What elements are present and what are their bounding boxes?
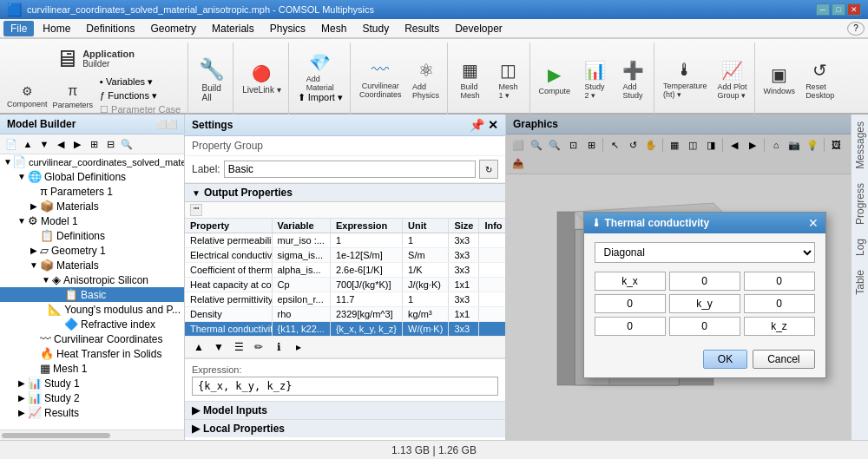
tree-aniso-silicon[interactable]: ▼ ◈ Anisotropic Silicon	[0, 272, 184, 287]
expression-value[interactable]: {k_x, k_y, k_z}	[192, 377, 498, 396]
tree-refractive[interactable]: 🔷 Refractive index	[0, 317, 184, 331]
menu-file[interactable]: File	[3, 21, 34, 36]
grid-k_y[interactable]: k_y	[669, 294, 740, 313]
label-sync-button[interactable]: ↻	[479, 160, 498, 179]
menu-definitions[interactable]: Definitions	[79, 21, 141, 36]
menu-materials[interactable]: Materials	[205, 21, 261, 36]
tree-materials[interactable]: ▼ 📦 Materials	[0, 258, 184, 272]
parameters-button[interactable]: π Parameters	[51, 75, 95, 116]
grid-0-2[interactable]: 0	[744, 272, 815, 291]
livelink-button[interactable]: 🔴 LiveLink ▾	[239, 57, 284, 102]
tb-up-btn[interactable]: ▲	[190, 338, 207, 356]
modal-close-button[interactable]: ✕	[808, 216, 819, 230]
component-button[interactable]: ⚙ Component	[5, 75, 49, 116]
tb-right[interactable]: ▶	[69, 136, 85, 152]
table-row[interactable]: Density rho 2329[kg/m^3] kg/m³ 1x1	[185, 307, 505, 322]
mesh1-button[interactable]: ◫ Mesh1 ▾	[491, 57, 526, 102]
tb-search[interactable]: 🔍	[119, 136, 135, 152]
cancel-button[interactable]: Cancel	[753, 350, 814, 369]
reset-desktop-button[interactable]: ↺ ResetDesktop	[802, 57, 838, 102]
help-button[interactable]: ?	[847, 22, 865, 36]
menu-geometry[interactable]: Geometry	[143, 21, 203, 36]
temperature-button[interactable]: 🌡 Temperature(ht) ▾	[660, 57, 711, 102]
settings-pin[interactable]: 📌	[470, 118, 484, 132]
windows-button[interactable]: ▣ Windows	[760, 57, 799, 102]
tb-edit-btn[interactable]: ✏	[250, 338, 267, 356]
curvilinear-coords-button[interactable]: 〰 CurvilinearCoordinates	[356, 57, 405, 102]
tb-expand[interactable]: ⊞	[86, 136, 102, 152]
minimize-button[interactable]: ─	[816, 3, 830, 16]
menu-results[interactable]: Results	[398, 21, 446, 36]
modal-dropdown[interactable]: Diagonal Isotropic Symmetric Full	[595, 242, 815, 263]
build-mesh-button[interactable]: ▦ BuildMesh	[453, 57, 488, 102]
tb-down[interactable]: ▼	[36, 136, 52, 152]
tb-down-btn[interactable]: ▼	[210, 338, 227, 356]
expand-study2[interactable]: ▶	[16, 393, 28, 403]
tb-left[interactable]: ◀	[53, 136, 69, 152]
add-plot-group-button[interactable]: 📈 Add PlotGroup ▾	[714, 57, 751, 102]
expand-model1[interactable]: ▼	[16, 216, 28, 226]
tree-global-definitions[interactable]: ▼ 🌐 Global Definitions	[0, 169, 184, 184]
table-row[interactable]: Heat capacity at con... Cp 700[J/(kg*K)]…	[185, 278, 505, 292]
application-builder-button[interactable]: 🖥 Application Builder	[51, 43, 138, 75]
tree-geometry1[interactable]: ▶ ▱ Geometry 1	[0, 243, 184, 258]
tree-study2[interactable]: ▶ 📊 Study 2	[0, 390, 184, 405]
expand-aniso[interactable]: ▼	[40, 275, 52, 285]
grid-2-0[interactable]: 0	[595, 317, 666, 336]
table-row[interactable]: Coefficient of therm... alpha_is... 2.6e…	[185, 263, 505, 278]
table-row[interactable]: Thermal conductivity {k11, k22... {k_x, …	[185, 322, 505, 337]
menu-home[interactable]: Home	[36, 21, 77, 36]
maximize-button[interactable]: □	[832, 3, 845, 16]
tab-progress[interactable]: Progress	[852, 176, 869, 232]
tree-global-materials[interactable]: ▶ 📦 Materials	[0, 199, 184, 213]
tree-mesh1[interactable]: ▦ Mesh 1	[0, 361, 184, 376]
tree-definitions[interactable]: 📋 Definitions	[0, 228, 184, 243]
grid-k_x[interactable]: k_x	[595, 272, 666, 291]
table-row[interactable]: Relative permittivity epsilon_r... 11.7 …	[185, 292, 505, 307]
tree-root[interactable]: ▼ 📄 curvilinear_coordinates_solved_mater…	[0, 154, 184, 169]
output-properties-section[interactable]: ▼ Output Properties	[185, 183, 505, 202]
variables-button[interactable]: ▪ Variables ▾	[96, 75, 184, 89]
expand-geom[interactable]: ▶	[28, 246, 40, 255]
close-button[interactable]: ✕	[847, 3, 861, 16]
settings-close[interactable]: ✕	[488, 118, 498, 132]
tab-table[interactable]: Table	[852, 263, 869, 302]
study2-button[interactable]: 📊 Study2 ▾	[577, 57, 612, 102]
model-inputs-header[interactable]: ▶ Model Inputs	[185, 402, 505, 419]
tb-more-btn[interactable]: ▸	[290, 338, 307, 356]
expand-global[interactable]: ▼	[16, 172, 28, 181]
table-row[interactable]: Relative permeability mur_iso :... 1 1 3…	[185, 233, 505, 248]
tree-model1[interactable]: ▼ ⚙ Model 1	[0, 213, 184, 228]
add-physics-button[interactable]: ⚛ AddPhysics	[409, 57, 444, 102]
menu-study[interactable]: Study	[355, 21, 396, 36]
expand-study1[interactable]: ▶	[16, 378, 28, 388]
grid-1-2[interactable]: 0	[744, 294, 815, 313]
ok-button[interactable]: OK	[703, 350, 747, 369]
functions-button[interactable]: ƒ Functions ▾	[96, 89, 184, 102]
add-material-button[interactable]: 💎 AddMaterial	[303, 55, 338, 89]
tb-new[interactable]: 📄	[3, 136, 19, 152]
tree-scrollbar[interactable]	[0, 429, 184, 440]
expand-global-mat[interactable]: ▶	[28, 201, 40, 211]
expand-root[interactable]: ▼	[3, 157, 12, 167]
menu-developer[interactable]: Developer	[448, 21, 510, 36]
grid-k_z[interactable]: k_z	[744, 317, 815, 336]
add-study-button[interactable]: ➕ AddStudy	[615, 57, 650, 102]
tree-heat-transfer[interactable]: 🔥 Heat Transfer in Solids	[0, 346, 184, 361]
menu-mesh[interactable]: Mesh	[314, 21, 353, 36]
local-properties-header[interactable]: ▶ Local Properties	[185, 420, 505, 437]
tree-youngs[interactable]: 📐 Young's modulus and P...	[0, 302, 184, 317]
expand-mat[interactable]: ▼	[28, 260, 40, 270]
table-row[interactable]: Electrical conductivity sigma_is... 1e-1…	[185, 248, 505, 263]
expand-results[interactable]: ▶	[16, 408, 28, 417]
tb-info-btn[interactable]: ℹ	[270, 338, 287, 356]
grid-1-0[interactable]: 0	[595, 294, 666, 313]
tree-parameters1[interactable]: π Parameters 1	[0, 184, 184, 199]
tree-study1[interactable]: ▶ 📊 Study 1	[0, 376, 184, 390]
label-input[interactable]	[224, 161, 476, 178]
tree-results[interactable]: ▶ 📈 Results	[0, 405, 184, 420]
tb-collapse[interactable]: ⊟	[102, 136, 118, 152]
tb-list-btn[interactable]: ☰	[230, 338, 247, 356]
import-button[interactable]: ⬆ Import ▾	[294, 91, 346, 104]
compute-button[interactable]: ▶ Compute	[536, 57, 575, 102]
